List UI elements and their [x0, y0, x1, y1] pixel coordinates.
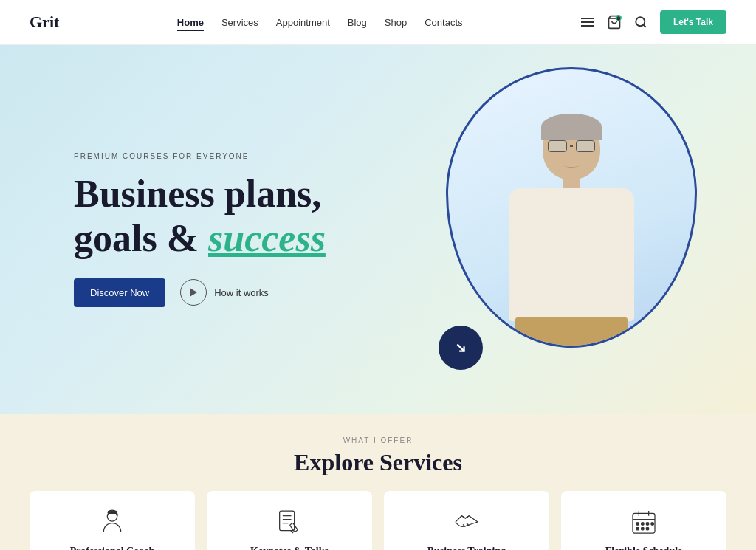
- person-figure: [475, 94, 667, 346]
- nav-home[interactable]: Home: [177, 17, 204, 31]
- hero-actions: Discover Now How it works: [74, 278, 326, 307]
- svg-rect-29: [646, 528, 648, 530]
- hero-portrait-circle: [446, 67, 697, 348]
- svg-rect-28: [642, 528, 644, 530]
- service-card-training[interactable]: Business Training Sed do euism od tempor: [384, 491, 549, 550]
- svg-rect-26: [651, 523, 653, 525]
- services-section-label: What I Offer: [30, 436, 726, 444]
- services-section: What I Offer Explore Services Profession…: [0, 414, 756, 550]
- scroll-arrow-button[interactable]: [439, 326, 483, 370]
- nav-services[interactable]: Services: [221, 17, 258, 28]
- hero-title-green: success: [208, 217, 326, 259]
- search-icon[interactable]: [633, 15, 648, 30]
- nav-shop[interactable]: Shop: [385, 17, 407, 28]
- nav-links: Home Services Appointment Blog Shop Cont…: [177, 16, 463, 29]
- service-card-schedule[interactable]: Flexible Schedule Sed do euism od tempor: [561, 491, 726, 550]
- service-card-coach[interactable]: Professional Coach Sed do euism od tempo…: [30, 491, 195, 550]
- menu-icon[interactable]: [580, 15, 595, 30]
- cart-icon[interactable]: 0: [607, 15, 622, 30]
- svg-point-6: [636, 17, 645, 26]
- svg-rect-27: [636, 528, 639, 530]
- service-name-schedule: Flexible Schedule: [605, 546, 683, 550]
- services-header: What I Offer Explore Services: [30, 436, 726, 476]
- nav-appointment[interactable]: Appointment: [276, 17, 330, 28]
- svg-marker-8: [190, 288, 197, 297]
- hero-title-line1: Business plans,: [74, 173, 321, 215]
- svg-line-7: [643, 24, 645, 27]
- hero-image-area: [431, 60, 712, 399]
- navbar: Grit Home Services Appointment Blog Shop…: [0, 0, 756, 45]
- hero-section: Premium Courses For Everyone Business pl…: [0, 45, 756, 414]
- hero-title-line2: goals &: [74, 217, 199, 259]
- svg-line-9: [457, 344, 464, 351]
- how-it-works-link[interactable]: How it works: [180, 279, 269, 306]
- schedule-icon: [628, 506, 660, 538]
- svg-rect-13: [280, 511, 295, 531]
- nav-blog[interactable]: Blog: [348, 17, 367, 28]
- svg-rect-11: [108, 512, 117, 514]
- keynote-icon: [273, 506, 306, 538]
- discover-now-button[interactable]: Discover Now: [74, 278, 165, 307]
- play-icon: [180, 279, 207, 306]
- hero-title: Business plans, goals & success: [74, 172, 326, 261]
- brand-logo: Grit: [30, 13, 59, 32]
- nav-contacts[interactable]: Contacts: [425, 17, 462, 28]
- training-icon: [450, 506, 483, 538]
- navbar-right: 0 Let's Talk: [580, 10, 726, 34]
- svg-rect-24: [642, 523, 644, 525]
- coach-icon: [96, 506, 128, 538]
- hero-subtitle: Premium Courses For Everyone: [74, 152, 326, 160]
- hero-content: Premium Courses For Everyone Business pl…: [0, 152, 326, 307]
- how-label: How it works: [214, 287, 269, 298]
- service-name-training: Business Training: [427, 546, 506, 550]
- services-grid: Professional Coach Sed do euism od tempo…: [30, 491, 726, 550]
- service-name-keynote: Keynotes & Talks: [250, 546, 329, 550]
- service-card-keynote[interactable]: Keynotes & Talks Sed do euism od tempor: [207, 491, 372, 550]
- lets-talk-button[interactable]: Let's Talk: [660, 10, 726, 34]
- services-section-title: Explore Services: [30, 449, 726, 476]
- svg-rect-25: [646, 523, 648, 525]
- service-name-coach: Professional Coach: [70, 546, 154, 550]
- svg-rect-23: [636, 523, 639, 525]
